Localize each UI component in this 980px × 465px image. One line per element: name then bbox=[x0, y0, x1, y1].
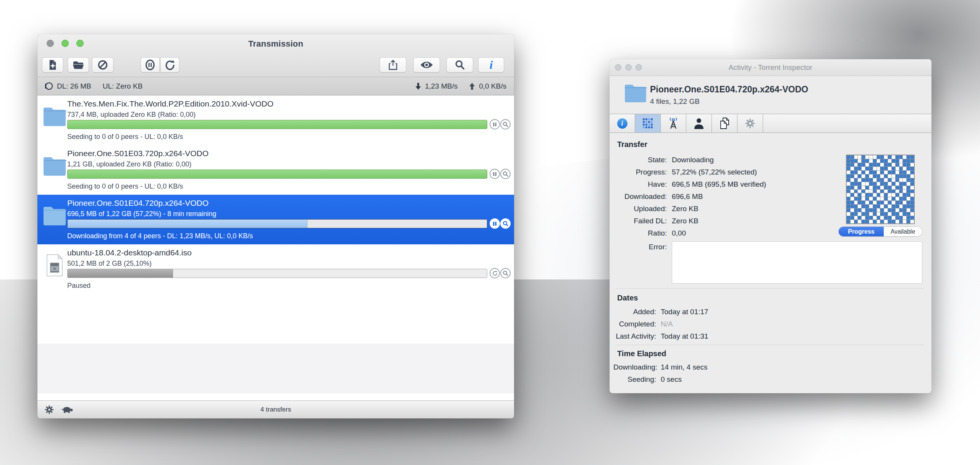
field-label: Uploaded: bbox=[617, 205, 667, 213]
info-icon: i bbox=[617, 118, 627, 129]
torrent-name: Pioneer.One.S01E04.720p.x264-VODO bbox=[650, 84, 808, 95]
transmission-window: Transmission bbox=[37, 34, 514, 418]
torrent-list: The.Yes.Men.Fix.The.World.P2P.Edition.20… bbox=[37, 95, 514, 400]
field-value: Today at 01:31 bbox=[661, 332, 708, 341]
error-label: Error: bbox=[617, 243, 667, 251]
field-label: Downloaded: bbox=[617, 192, 667, 201]
folder-icon bbox=[43, 155, 66, 176]
pause-icon bbox=[493, 122, 497, 127]
magnifier-icon bbox=[503, 221, 508, 226]
field-label: State: bbox=[617, 156, 667, 164]
field-label: Seeding: bbox=[613, 375, 656, 384]
field-value: Zero KB bbox=[672, 217, 699, 225]
pause-icon bbox=[493, 221, 497, 226]
torrent-name: The.Yes.Men.Fix.The.World.P2P.Edition.20… bbox=[67, 99, 273, 108]
field-label: Ratio: bbox=[617, 229, 667, 237]
reveal-torrent-button[interactable] bbox=[500, 169, 511, 179]
tab-activity[interactable] bbox=[635, 114, 661, 132]
time-elapsed-heading: Time Elapsed bbox=[617, 349, 666, 358]
quick-look-button[interactable] bbox=[413, 57, 440, 73]
resume-torrent-button[interactable] bbox=[490, 268, 500, 278]
field-value: Today at 01:17 bbox=[661, 308, 708, 316]
error-box[interactable] bbox=[672, 241, 922, 284]
down-arrow-icon bbox=[415, 82, 421, 90]
pause-all-button[interactable] bbox=[141, 57, 160, 73]
torrent-row-selected[interactable]: Pioneer.One.S01E04.720p.x264-VODO 696,5 … bbox=[37, 195, 514, 244]
field-value: 696,5 MB (695,5 MB verified) bbox=[672, 180, 766, 189]
turtle-icon bbox=[61, 405, 73, 414]
person-icon bbox=[694, 118, 704, 129]
remove-icon bbox=[97, 60, 108, 70]
dates-heading: Dates bbox=[617, 294, 638, 302]
reveal-torrent-button[interactable] bbox=[500, 268, 511, 278]
globe-icon bbox=[45, 82, 53, 90]
torrent-name: Pioneer.One.S01E04.720p.x264-VODO bbox=[67, 199, 209, 208]
inspector-window: Activity - Torrent Inspector Pioneer.One… bbox=[610, 59, 931, 393]
progress-bar bbox=[67, 269, 487, 278]
folder-icon bbox=[43, 105, 66, 127]
folder-icon bbox=[624, 83, 647, 103]
settings-gear-button[interactable] bbox=[44, 405, 54, 415]
resume-all-button[interactable] bbox=[160, 57, 180, 73]
torrent-details: 737,4 MB, uploaded Zero KB (Ratio: 0,00) bbox=[67, 111, 196, 119]
share-button[interactable] bbox=[380, 57, 406, 73]
pause-torrent-button[interactable] bbox=[490, 169, 500, 179]
torrent-row[interactable]: Pioneer.One.S01E03.720p.x264-VODO 1,21 G… bbox=[37, 145, 514, 195]
magnifier-icon bbox=[503, 171, 508, 177]
remove-button[interactable] bbox=[92, 57, 113, 73]
field-value: 0 secs bbox=[661, 375, 682, 384]
tab-info[interactable]: i bbox=[610, 114, 635, 132]
up-arrow-icon bbox=[469, 82, 475, 90]
field-value: Zero KB bbox=[672, 205, 699, 213]
pieces-available-button[interactable]: Available bbox=[884, 227, 922, 236]
torrent-status: Downloading from 4 of 4 peers - DL: 1,23… bbox=[67, 232, 253, 240]
wallpaper-stars bbox=[0, 0, 1, 1]
pieces-grid-icon bbox=[642, 118, 653, 129]
torrent-row[interactable]: The.Yes.Men.Fix.The.World.P2P.Edition.20… bbox=[37, 95, 514, 145]
total-upload: UL: Zero KB bbox=[103, 82, 143, 90]
info-icon: i bbox=[490, 59, 493, 71]
inspector-button[interactable]: i bbox=[478, 57, 504, 73]
pause-icon bbox=[493, 172, 497, 176]
torrent-status: Seeding to 0 of 0 peers - UL: 0,0 KB/s bbox=[67, 182, 183, 191]
torrent-status: Paused bbox=[67, 282, 91, 290]
tab-peers[interactable] bbox=[686, 114, 712, 132]
torrent-row[interactable]: ubuntu-18.04.2-desktop-amd64.iso 501,2 M… bbox=[37, 244, 514, 294]
speed-limit-turtle-button[interactable] bbox=[61, 405, 73, 414]
upload-speed: 0,0 KB/s bbox=[479, 82, 506, 90]
torrent-details: 696,5 MB of 1,22 GB (57,22%) - 8 min rem… bbox=[67, 210, 216, 218]
pause-torrent-button[interactable] bbox=[490, 119, 500, 129]
open-torrent-button[interactable] bbox=[68, 57, 89, 73]
progress-bar bbox=[67, 219, 487, 228]
titlebar[interactable]: Activity - Torrent Inspector bbox=[610, 59, 931, 76]
reveal-torrent-button[interactable] bbox=[500, 119, 511, 129]
divider bbox=[616, 288, 924, 289]
magnifier-icon bbox=[503, 121, 508, 127]
pieces-progress-button[interactable]: Progress bbox=[839, 227, 884, 236]
document-add-icon bbox=[48, 60, 58, 70]
tabbar-filler bbox=[763, 114, 931, 132]
torrent-name: Pioneer.One.S01E03.720p.x264-VODO bbox=[67, 149, 209, 158]
pause-torrent-button[interactable] bbox=[490, 218, 500, 229]
resume-all-icon bbox=[165, 60, 175, 70]
folder-icon bbox=[43, 205, 66, 226]
total-download: DL: 26 MB bbox=[57, 82, 91, 90]
filter-button[interactable] bbox=[446, 57, 473, 73]
iso-file-icon bbox=[46, 254, 63, 276]
progress-bar bbox=[67, 120, 487, 129]
field-value: 57,22% (57,22% selected) bbox=[672, 168, 757, 176]
tab-tracker[interactable] bbox=[661, 114, 686, 132]
magnifier-icon bbox=[503, 270, 508, 276]
torrent-status: Seeding to 0 of 0 peers - UL: 0,0 KB/s bbox=[67, 133, 183, 141]
titlebar[interactable]: Transmission bbox=[37, 34, 514, 77]
files-icon bbox=[719, 117, 730, 129]
tab-files[interactable] bbox=[712, 114, 737, 132]
tab-options[interactable] bbox=[737, 114, 763, 132]
window-title: Transmission bbox=[37, 39, 514, 49]
field-value: 696,6 MB bbox=[672, 192, 703, 201]
reveal-torrent-button[interactable] bbox=[500, 218, 511, 229]
folder-icon bbox=[73, 60, 84, 69]
field-label: Last Activity: bbox=[613, 332, 656, 341]
create-torrent-button[interactable] bbox=[42, 57, 63, 73]
search-icon bbox=[454, 60, 465, 70]
